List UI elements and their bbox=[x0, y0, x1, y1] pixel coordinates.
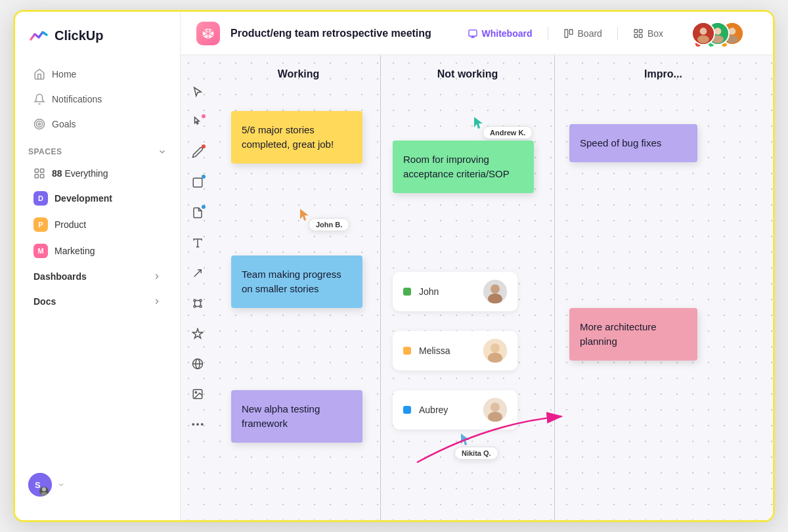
image-icon bbox=[192, 388, 204, 400]
more-icon bbox=[192, 422, 204, 426]
svg-point-23 bbox=[697, 35, 709, 43]
john-status-dot bbox=[403, 288, 411, 296]
sidebar-item-goals[interactable]: Goals bbox=[20, 112, 175, 136]
tool-dot-blue-2 bbox=[202, 205, 206, 209]
sticky-note-3[interactable]: New alpha testing framework bbox=[231, 390, 362, 443]
board-tab-label: Board bbox=[578, 28, 602, 39]
development-label: Development bbox=[55, 193, 112, 204]
tool-dot-pink bbox=[202, 114, 206, 118]
svg-rect-5 bbox=[35, 175, 38, 178]
whiteboard-canvas[interactable]: Working 5/6 major stories completed, gre… bbox=[181, 55, 773, 520]
app-name: ClickUp bbox=[55, 28, 103, 43]
spaces-label: Spaces bbox=[28, 147, 62, 156]
sidebar: ClickUp Home Notifications Goals bbox=[15, 12, 181, 520]
tool-dot-red bbox=[202, 144, 206, 148]
connect-icon bbox=[192, 298, 204, 309]
sticky-note-1[interactable]: 5/6 major stories completed, great job! bbox=[231, 111, 362, 164]
text-tool[interactable] bbox=[187, 233, 208, 254]
box-tab-icon bbox=[633, 28, 644, 39]
user-profile-area[interactable]: S bbox=[15, 462, 180, 507]
svg-point-47 bbox=[192, 423, 194, 426]
board-tab-icon bbox=[563, 28, 574, 39]
globe-tool[interactable] bbox=[187, 353, 208, 374]
avatars-cluster bbox=[691, 20, 757, 47]
sticky-note-2[interactable]: Team making progress on smaller stories bbox=[231, 255, 362, 308]
tab-board[interactable]: Board bbox=[554, 23, 612, 44]
person-card-melissa[interactable]: Melissa bbox=[393, 331, 517, 370]
aubrey-avatar bbox=[483, 398, 507, 422]
tool-dot-blue bbox=[202, 175, 206, 179]
arrow-tool[interactable] bbox=[187, 263, 208, 284]
columns-area: Working 5/6 major stories completed, gre… bbox=[217, 55, 773, 520]
column-improve: Impro... Speed of bug fixes More archite… bbox=[555, 55, 772, 520]
tab-whiteboard[interactable]: Whiteboard bbox=[458, 23, 542, 44]
svg-point-22 bbox=[700, 28, 707, 35]
sidebar-item-product[interactable]: P Product bbox=[20, 212, 175, 237]
view-tabs: Whiteboard Board bbox=[458, 23, 673, 44]
pen-tool[interactable] bbox=[187, 142, 208, 163]
page-title: Product/eng team retrospective meeting bbox=[230, 28, 447, 39]
svg-point-2 bbox=[39, 123, 41, 125]
john-avatar bbox=[483, 280, 507, 303]
image-tool[interactable] bbox=[187, 384, 208, 405]
more-tool[interactable] bbox=[187, 414, 208, 435]
person-card-aubrey[interactable]: Aubrey bbox=[393, 390, 517, 430]
person-card-john[interactable]: John bbox=[393, 272, 517, 311]
notifications-label: Notifications bbox=[52, 94, 102, 104]
svg-rect-4 bbox=[41, 169, 44, 172]
cluster-avatar-1 bbox=[691, 22, 715, 45]
svg-rect-17 bbox=[634, 30, 638, 33]
home-label: Home bbox=[52, 69, 76, 79]
text-icon bbox=[192, 237, 204, 249]
docs-section[interactable]: Docs bbox=[20, 290, 175, 313]
sticky-note-icon bbox=[192, 207, 204, 219]
sticky-note-tool[interactable] bbox=[187, 202, 208, 223]
svg-rect-18 bbox=[639, 30, 642, 33]
svg-point-28 bbox=[729, 28, 736, 35]
tab-box[interactable]: Box bbox=[623, 23, 673, 44]
svg-point-25 bbox=[714, 28, 722, 35]
sidebar-item-home[interactable]: Home bbox=[20, 62, 175, 86]
sidebar-item-marketing[interactable]: M Marketing bbox=[20, 238, 175, 263]
target-icon bbox=[33, 118, 45, 130]
sidebar-item-everything[interactable]: 88 Everything bbox=[20, 162, 175, 185]
sticky-note-5[interactable]: Speed of bug fixes bbox=[569, 124, 697, 162]
box-tab-label: Box bbox=[647, 28, 663, 39]
cursor-icon bbox=[192, 86, 204, 98]
development-badge: D bbox=[33, 191, 48, 206]
marketing-badge: M bbox=[33, 244, 48, 258]
sticky-note-4[interactable]: Room for improving acceptance criteria/S… bbox=[393, 141, 534, 193]
sparkle-tool[interactable] bbox=[187, 323, 208, 344]
svg-rect-6 bbox=[41, 175, 44, 178]
sidebar-item-development[interactable]: D Development bbox=[20, 186, 175, 211]
sticky-note-6[interactable]: More architecture planning bbox=[569, 308, 697, 361]
home-icon bbox=[33, 68, 45, 80]
grid-icon bbox=[33, 167, 45, 179]
goals-label: Goals bbox=[52, 119, 76, 129]
dashboards-section[interactable]: Dashboards bbox=[20, 265, 175, 288]
pointer-tool[interactable] bbox=[187, 112, 208, 133]
spaces-section-header: Spaces bbox=[15, 137, 180, 162]
aubrey-status-dot bbox=[403, 406, 411, 414]
product-badge: P bbox=[33, 217, 48, 232]
app-frame: ClickUp Home Notifications Goals bbox=[13, 10, 775, 522]
sticky-note-3-text: New alpha testing framework bbox=[242, 403, 320, 429]
everything-label: 88 Everything bbox=[52, 168, 108, 179]
sticky-note-6-text: More architecture planning bbox=[580, 321, 657, 347]
chevron-down-icon bbox=[158, 147, 167, 156]
clickup-logo-icon bbox=[28, 25, 49, 46]
svg-point-48 bbox=[196, 423, 199, 426]
tab-divider-1 bbox=[548, 27, 548, 40]
svg-point-46 bbox=[195, 391, 196, 393]
logo-area: ClickUp bbox=[15, 25, 180, 62]
connect-tool[interactable] bbox=[187, 293, 208, 314]
sidebar-item-notifications[interactable]: Notifications bbox=[20, 87, 175, 111]
melissa-avatar bbox=[483, 339, 507, 363]
globe-icon bbox=[192, 358, 204, 370]
melissa-status-dot bbox=[403, 347, 411, 355]
select-tool[interactable] bbox=[187, 81, 208, 102]
column-working: Working 5/6 major stories completed, gre… bbox=[217, 55, 381, 520]
rectangle-tool[interactable] bbox=[187, 172, 208, 193]
svg-point-35 bbox=[200, 305, 202, 307]
svg-rect-19 bbox=[634, 34, 638, 37]
